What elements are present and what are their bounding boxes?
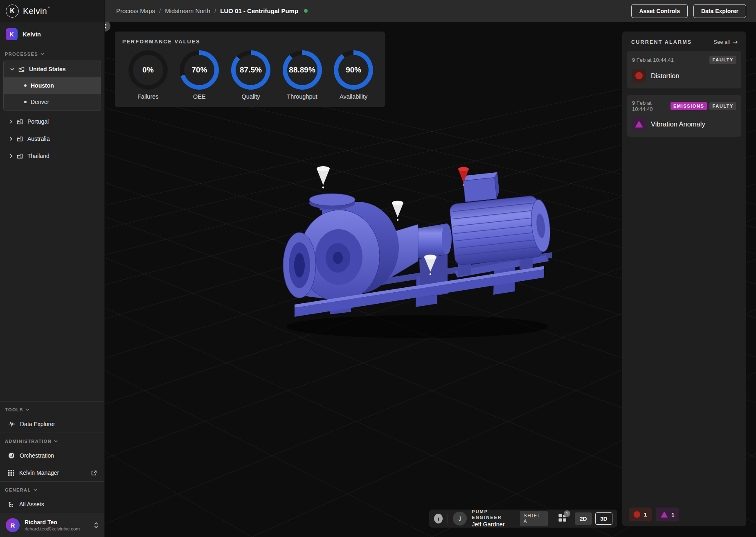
country-label: Thailand (27, 153, 50, 159)
see-all-link[interactable]: See all (713, 39, 738, 45)
bullet-icon (24, 101, 27, 103)
critical-alarm-counter[interactable]: 1 (629, 508, 652, 521)
brand-logo: K Kelvin (0, 0, 104, 22)
gauge-label: Quality (241, 93, 260, 100)
counter-value: 1 (671, 512, 674, 518)
sidebar-item-united-states[interactable]: United States (4, 61, 101, 77)
brand-name: Kelvin (23, 6, 47, 16)
alarms-title: CURRENT ALARMS (631, 39, 692, 45)
alarm-card-distortion[interactable]: 9 Feb at 10:44:41 FAULTY Distortion (627, 51, 741, 88)
chevron-down-icon (34, 489, 37, 491)
divider (448, 514, 448, 523)
gauge-value: 88.89% (289, 65, 315, 74)
breadcrumb-midstream-north[interactable]: Midstream North (165, 7, 210, 14)
breadcrumb-separator: / (159, 7, 161, 14)
sidebar-item-all-assets[interactable]: All Assets (0, 496, 104, 513)
faulty-badge: FAULTY (709, 102, 736, 110)
chevron-down-icon (10, 68, 14, 71)
3d-viewport[interactable]: PERFORMANCE VALUES 0% Failures 70% OEE 8… (105, 22, 756, 537)
view-3d-button[interactable]: 3D (595, 512, 612, 525)
current-alarms-panel: CURRENT ALARMS See all 9 Feb at 10:44:41… (622, 32, 746, 526)
section-processes-label: PROCESSES (5, 52, 38, 56)
logo-initial: K (10, 7, 15, 15)
site-label: Denver (31, 99, 49, 105)
viewport-toolbar: i J PUMP ENGINEER Jeff Gardner SHIFT A 1… (429, 510, 617, 528)
info-button[interactable]: i (434, 514, 443, 523)
performance-panel-title: PERFORMANCE VALUES (122, 39, 379, 45)
gauge-value: 87.5% (240, 65, 262, 74)
chevron-right-icon (10, 154, 13, 158)
marker-cone-white-1[interactable] (317, 166, 330, 188)
process-tree-group: United States Houston Denver (3, 61, 101, 111)
see-all-label: See all (713, 39, 730, 45)
motor-body (446, 167, 552, 266)
sidebar-item-portugal[interactable]: Portugal (0, 113, 104, 130)
gauge-oee: 70% OEE (175, 50, 224, 100)
country-label: Australia (27, 135, 50, 142)
section-administration-label: ADMINISTRATION (5, 439, 52, 444)
warning-alarm-counter[interactable]: 1 (656, 508, 679, 521)
gauge-ring: 0% (128, 50, 168, 90)
user-name: Richard Teo (25, 519, 80, 526)
gauge-value: 70% (191, 65, 207, 74)
performance-values-panel: PERFORMANCE VALUES 0% Failures 70% OEE 8… (115, 32, 385, 107)
section-processes[interactable]: PROCESSES (0, 46, 104, 60)
engineer-info: PUMP ENGINEER Jeff Gardner (472, 509, 515, 528)
gauge-ring: 87.5% (231, 50, 270, 90)
alarm-card-vibration-anomaly[interactable]: 9 Feb at 10:44:40 EMISSIONS FAULTY Vibra… (627, 95, 741, 137)
shift-badge: SHIFT A (520, 511, 548, 526)
gauge-row: 0% Failures 70% OEE 87.5% Quality 88.89%… (122, 50, 379, 100)
external-link-icon (91, 470, 97, 476)
workspace-switcher[interactable]: K Kelvin (0, 22, 104, 46)
waveform-icon (8, 421, 15, 427)
sidebar-item-houston[interactable]: Houston (4, 77, 101, 94)
gauge-label: OEE (193, 93, 206, 100)
kelvin-logo-icon: K (6, 5, 19, 18)
sidebar-item-denver[interactable]: Denver (4, 94, 101, 110)
nav-label: Kelvin Manager (19, 469, 59, 476)
trademark-dot (48, 7, 50, 8)
chevron-right-icon (10, 137, 13, 141)
centrifugal-pump-3d-model[interactable] (282, 164, 552, 344)
asset-controls-button[interactable]: Asset Controls (631, 4, 688, 18)
orchestration-icon (8, 452, 15, 459)
sidebar: K Kelvin K Kelvin PROCESSES United State… (0, 0, 105, 537)
sidebar-item-data-explorer[interactable]: Data Explorer (0, 415, 104, 433)
marker-cone-white-2[interactable] (392, 201, 403, 221)
breadcrumb-process-maps[interactable]: Process Maps (116, 7, 155, 14)
app-window: K Kelvin K Kelvin PROCESSES United State… (0, 0, 756, 537)
emissions-badge: EMISSIONS (670, 102, 707, 110)
sidebar-item-kelvin-manager[interactable]: Kelvin Manager (0, 464, 104, 481)
section-tools[interactable]: TOOLS (0, 402, 104, 415)
alarm-name: Vibration Anomaly (651, 120, 705, 128)
section-administration[interactable]: ADMINISTRATION (0, 433, 104, 447)
engineer-role: PUMP ENGINEER (472, 509, 515, 521)
sidebar-item-australia[interactable]: Australia (0, 130, 104, 147)
sidebar-item-orchestration[interactable]: Orchestration (0, 447, 104, 464)
user-info: Richard Teo richard.teo@kelvininc.com (25, 519, 80, 531)
user-avatar: R (6, 518, 20, 532)
pump-shadow (286, 315, 548, 338)
section-general[interactable]: GENERAL (0, 482, 104, 496)
counter-value: 1 (644, 512, 647, 518)
alarm-name: Distortion (651, 72, 680, 80)
engineer-name: Jeff Gardner (472, 521, 515, 528)
topbar-actions: Asset Controls Data Explorer (631, 4, 746, 18)
alarm-timestamp: 9 Feb at 10:44:41 (632, 57, 674, 63)
data-explorer-button[interactable]: Data Explorer (693, 4, 746, 18)
factory-icon (17, 153, 23, 159)
engineer-avatar[interactable]: J (453, 512, 467, 526)
chevron-right-icon (10, 120, 13, 124)
nav-label: All Assets (19, 501, 44, 508)
gauge-value: 90% (346, 65, 361, 74)
workspace-avatar: K (6, 28, 18, 40)
critical-circle-icon (635, 72, 643, 79)
select-caret-icon (94, 521, 99, 529)
user-menu[interactable]: R Richard Teo richard.teo@kelvininc.com (0, 513, 104, 537)
sidebar-item-thailand[interactable]: Thailand (0, 147, 104, 165)
widgets-button[interactable]: 1 (558, 513, 567, 524)
gauge-ring: 88.89% (283, 50, 322, 90)
factory-icon (17, 136, 23, 142)
breadcrumb: Process Maps / Midstream North / LUO 01 … (116, 7, 308, 14)
view-2d-button[interactable]: 2D (575, 512, 592, 525)
